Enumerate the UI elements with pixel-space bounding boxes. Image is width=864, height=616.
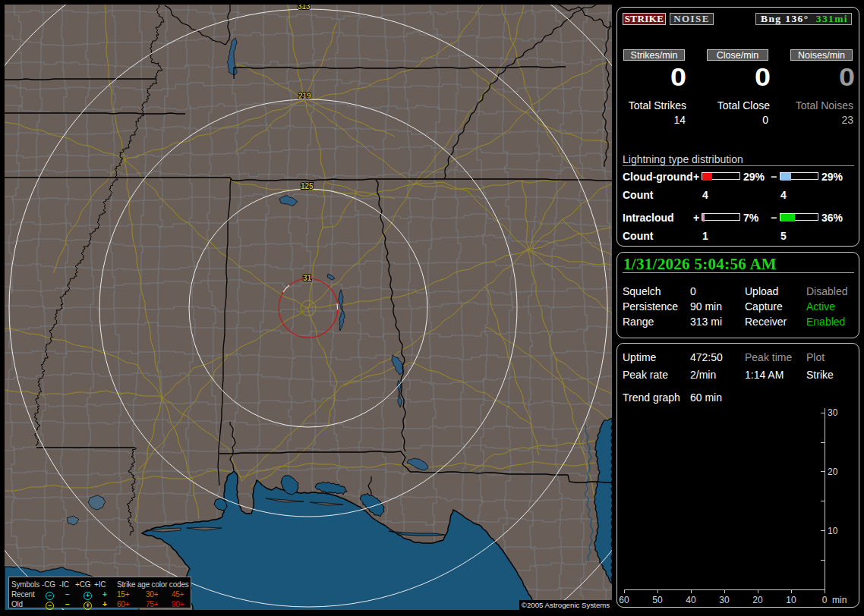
svg-text:219: 219 [298,92,311,100]
svg-text:31: 31 [303,274,312,282]
svg-text:313: 313 [298,2,311,11]
svg-text:125: 125 [301,182,314,190]
